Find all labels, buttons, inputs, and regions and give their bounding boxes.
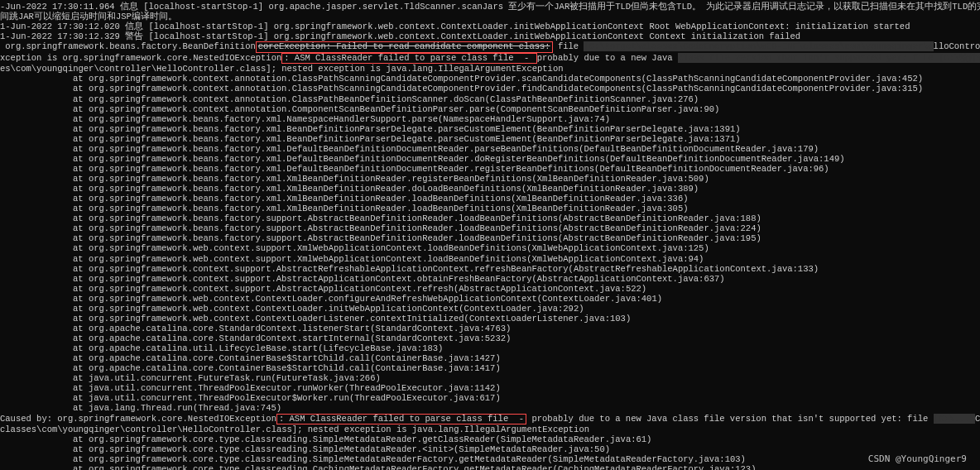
log-line: 1-Jun-2022 17:30:12.020 信息 [localhost-st… — [0, 22, 980, 31]
log-line: at org.springframework.context.support.A… — [0, 264, 980, 274]
log-line: at org.springframework.beans.factory.sup… — [0, 223, 980, 233]
log-line: at org.springframework.web.context.suppo… — [0, 254, 980, 264]
log-line: at org.apache.catalina.util.LifecycleBas… — [0, 343, 980, 353]
watermark: CSDN @YoungQinger9 — [868, 454, 967, 465]
log-line: at java.util.concurrent.FutureTask.run(F… — [0, 373, 980, 383]
redacted: [C:\target\classes\CodeEncryption\WEB-IN… — [584, 41, 933, 51]
highlight-error: coreException: Failed to read candidate … — [256, 41, 553, 53]
log-line: at org.springframework.context.annotatio… — [0, 74, 980, 84]
log-line: at org.apache.catalina.core.StandardCont… — [0, 333, 980, 343]
highlight-error: : ASM ClassReader failed to parse class … — [281, 53, 536, 65]
log-line: at org.springframework.context.annotatio… — [0, 104, 980, 114]
log-line: at org.springframework.core.type.classre… — [0, 444, 980, 454]
log-line: at java.util.concurrent.ThreadPoolExecut… — [0, 393, 980, 403]
log-line: -Jun-2022 17:30:11.964 信息 [localhost-sta… — [0, 2, 980, 12]
log-line: es\com\youngqinger\controller\HelloContr… — [0, 64, 980, 74]
console-output: -Jun-2022 17:30:11.964 信息 [localhost-sta… — [0, 2, 980, 470]
redacted: class file version that isn't supported … — [678, 53, 980, 63]
log-line: at org.springframework.beans.factory.xml… — [0, 184, 980, 194]
log-line: at org.springframework.context.annotatio… — [0, 94, 980, 104]
log-line: at org.springframework.beans.factory.xml… — [0, 194, 980, 204]
log-line: at org.springframework.core.type.classre… — [0, 434, 980, 444]
log-line: at org.springframework.web.context.suppo… — [0, 243, 980, 253]
log-line: at java.util.concurrent.ThreadPoolExecut… — [0, 383, 980, 393]
log-line: Caused by: org.springframework.core.Nest… — [0, 414, 980, 425]
redacted: [C:\...\ — [934, 414, 975, 424]
log-line: at org.springframework.core.type.classre… — [0, 464, 980, 470]
highlight-error: : ASM ClassReader failed to parse class … — [276, 414, 526, 425]
log-line: at org.springframework.beans.factory.xml… — [0, 134, 980, 144]
log-line: at org.springframework.beans.factory.xml… — [0, 154, 980, 164]
log-line: at org.springframework.context.support.A… — [0, 284, 980, 294]
log-line: at org.apache.catalina.core.StandardCont… — [0, 324, 980, 333]
log-line: xception is org.springframework.core.Nes… — [0, 53, 980, 65]
log-line: at org.springframework.web.context.Conte… — [0, 304, 980, 314]
log-line: at org.springframework.beans.factory.sup… — [0, 233, 980, 243]
log-line: at org.springframework.web.context.Conte… — [0, 314, 980, 324]
log-line: 1-Jun-2022 17:30:12.329 警告 [localhost-st… — [0, 31, 980, 41]
log-line: at org.springframework.beans.factory.xml… — [0, 204, 980, 213]
log-line: at java.lang.Thread.run(Thread.java:745) — [0, 403, 980, 413]
log-line: at org.springframework.beans.factory.sup… — [0, 213, 980, 223]
log-line: at org.springframework.beans.factory.xml… — [0, 124, 980, 134]
log-line: at org.apache.catalina.core.ContainerBas… — [0, 353, 980, 363]
log-line: at org.apache.catalina.core.ContainerBas… — [0, 363, 980, 373]
log-line: at org.springframework.context.annotatio… — [0, 84, 980, 94]
log-line: classes\com\youngqinger\controller\Hello… — [0, 424, 980, 434]
log-line: at org.springframework.context.support.A… — [0, 274, 980, 284]
log-line: at org.springframework.beans.factory.xml… — [0, 164, 980, 174]
log-line: at org.springframework.beans.factory.xml… — [0, 174, 980, 184]
log-line: at org.springframework.web.context.Conte… — [0, 294, 980, 304]
log-line: at org.springframework.core.type.classre… — [0, 454, 980, 464]
log-line: at org.springframework.beans.factory.xml… — [0, 114, 980, 124]
log-line: at org.springframework.beans.factory.xml… — [0, 144, 980, 154]
log-line: org.springframework.beans.factory.BeanDe… — [0, 41, 980, 53]
log-line: 间跳JAR可以缩短启动时间和JSP编译时间。 — [0, 12, 980, 22]
